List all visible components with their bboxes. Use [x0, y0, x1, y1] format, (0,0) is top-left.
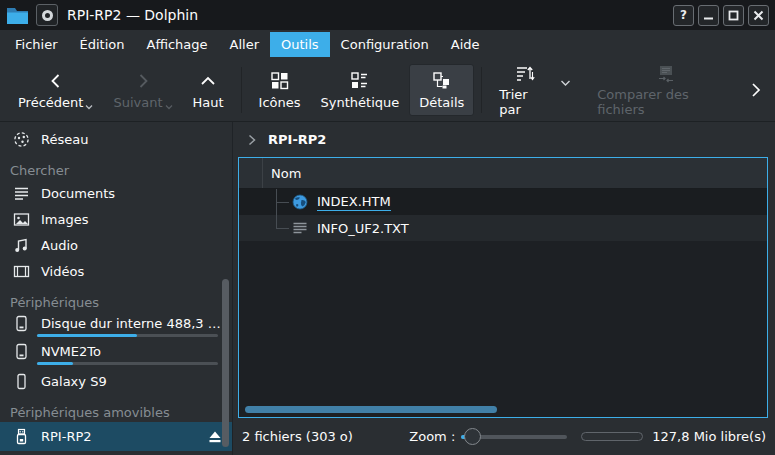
ring-icon [41, 9, 54, 22]
music-note-icon [13, 237, 30, 254]
statusbar: 2 fichiers (303 o) Zoom : 127,8 Mio libr… [233, 418, 775, 455]
breadcrumb-segment[interactable]: RPI-RP2 [268, 132, 326, 147]
sidebar-item-label: Disque dur interne 488,3 G… [41, 316, 222, 331]
sidebar-item-reseau[interactable]: Réseau [0, 126, 232, 152]
file-name: INFO_UF2.TXT [317, 221, 409, 236]
breadcrumb: RPI-RP2 [233, 122, 775, 157]
toolbar-overflow-button[interactable] [745, 78, 767, 102]
file-count-summary: 2 fichiers (303 o) [242, 429, 353, 444]
menu-configuration[interactable]: Configuration [330, 32, 440, 57]
up-label: Haut [193, 95, 224, 110]
free-space-text: 127,8 Mio libre(s) [652, 429, 766, 444]
chevron-left-icon [47, 70, 65, 92]
compact-view-button[interactable]: Synthétique [311, 64, 410, 116]
sidebar-item-label: Audio [41, 238, 78, 253]
toolbar-separator [241, 67, 242, 113]
sidebar-item-rpi-rp2[interactable]: RPI-RP2 [0, 422, 232, 451]
menu-aide[interactable]: Aide [440, 32, 491, 57]
icons-view-button[interactable]: Icônes [249, 64, 311, 116]
sidebar-item-galaxy-s9[interactable]: Galaxy S9 [0, 368, 232, 394]
sidebar-item-disque-dur[interactable]: Disque dur interne 488,3 G… [0, 312, 232, 337]
menu-aller[interactable]: Aller [219, 32, 270, 57]
phone-icon [13, 373, 30, 390]
sidebar-item-videos[interactable]: Vidéos [0, 258, 232, 284]
free-space-bar [581, 432, 643, 441]
toolbar: Précédent Suivant Haut [0, 58, 775, 122]
details-view-button[interactable]: Détails [409, 64, 474, 116]
file-row-index-htm[interactable]: INDEX.HTM [239, 189, 767, 215]
compact-view-label: Synthétique [321, 95, 400, 110]
globe-icon [292, 194, 308, 210]
hard-drive-icon [13, 315, 30, 332]
titlebar: RPI-RP2 — Dolphin ? [0, 0, 775, 30]
menubar: Fichier Édition Affichage Aller Outils C… [0, 30, 775, 58]
menu-edition[interactable]: Édition [69, 32, 136, 57]
maximize-button[interactable] [723, 5, 744, 26]
chevron-down-icon [85, 101, 93, 110]
up-button[interactable]: Haut [183, 64, 234, 116]
sort-by-label: Trier par [499, 87, 550, 117]
chevron-down-icon [165, 101, 173, 110]
maximize-icon [728, 10, 739, 21]
sidebar-item-label: Réseau [41, 132, 88, 147]
text-file-icon [292, 220, 308, 236]
minimize-icon [703, 10, 714, 21]
tree-branch-line [276, 228, 289, 229]
window-menu-button[interactable] [36, 4, 58, 26]
expander-column-header [239, 158, 263, 188]
compare-files-icon [655, 62, 677, 84]
zoom-slider-handle[interactable] [464, 428, 481, 445]
sort-icon [515, 62, 535, 84]
help-icon: ? [680, 9, 687, 21]
file-name: INDEX.HTM [317, 194, 391, 211]
zoom-label: Zoom : [409, 429, 455, 444]
folder-view-container: RPI-RP2 Nom [233, 122, 775, 455]
tree-branch-line [276, 202, 289, 203]
image-icon [13, 211, 30, 228]
compare-files-button[interactable]: Comparer des fichiers [587, 56, 745, 123]
details-view: Nom INDEX.HTM [238, 157, 768, 418]
sidebar-item-label: RPI-RP2 [41, 429, 92, 444]
icons-view-icon [270, 70, 289, 92]
zoom-slider[interactable] [461, 428, 567, 446]
chevron-down-icon[interactable] [560, 79, 571, 87]
disk-usage-bar [37, 334, 218, 337]
sidebar-item-label: Documents [41, 186, 115, 201]
chevron-up-icon [199, 70, 217, 92]
sidebar-section-chercher: Chercher [0, 160, 232, 180]
menu-fichier[interactable]: Fichier [4, 32, 69, 57]
help-button[interactable]: ? [673, 5, 694, 26]
column-header-nom[interactable]: Nom [263, 158, 767, 188]
back-button[interactable]: Précédent [8, 64, 103, 116]
minimize-button[interactable] [698, 5, 719, 26]
menu-affichage[interactable]: Affichage [135, 32, 218, 57]
sidebar-item-label: Images [41, 212, 89, 227]
sidebar-scrollbar[interactable] [222, 279, 229, 447]
forward-label: Suivant [113, 95, 162, 110]
icons-view-label: Icônes [259, 95, 301, 110]
chevron-right-icon [749, 82, 763, 98]
sidebar-item-label: Vidéos [41, 264, 84, 279]
close-button[interactable] [748, 5, 769, 26]
menu-outils[interactable]: Outils [270, 32, 330, 57]
compact-view-icon [350, 70, 369, 92]
file-row-info-uf2-txt[interactable]: INFO_UF2.TXT [239, 215, 767, 241]
sidebar-item-documents[interactable]: Documents [0, 180, 232, 206]
horizontal-scrollbar[interactable] [245, 406, 497, 413]
sort-by-button[interactable]: Trier par [489, 56, 560, 123]
sidebar-item-label: NVME2To [41, 344, 101, 359]
toolbar-separator [481, 67, 482, 113]
places-panel: Réseau Chercher Documents Images [0, 122, 233, 455]
film-icon [13, 263, 30, 280]
chevron-right-icon [134, 70, 152, 92]
chevron-right-icon[interactable] [247, 134, 257, 146]
sidebar-item-images[interactable]: Images [0, 206, 232, 232]
tree-branch-line [276, 215, 277, 228]
details-view-label: Détails [419, 95, 464, 110]
sidebar-item-nvme2to[interactable]: NVME2To [0, 340, 232, 365]
window-title: RPI-RP2 — Dolphin [67, 7, 198, 23]
sidebar-section-peripheriques: Périphériques [0, 292, 232, 312]
details-view-icon [432, 70, 451, 92]
forward-button[interactable]: Suivant [103, 64, 182, 116]
sidebar-item-audio[interactable]: Audio [0, 232, 232, 258]
